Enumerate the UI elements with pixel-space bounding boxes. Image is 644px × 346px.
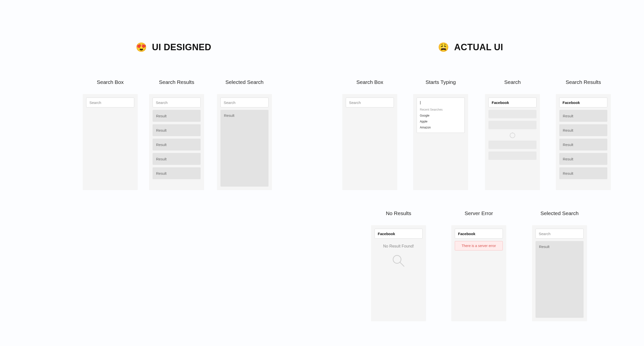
actual-server-error-column: Server Error Facebook There is a server … — [451, 210, 506, 321]
designed-title-text: UI DESIGNED — [152, 42, 212, 52]
result-item[interactable]: Result — [152, 167, 201, 179]
search-input[interactable]: Search — [220, 97, 268, 107]
mock-screen: Facebook No Result Found! — [371, 225, 426, 321]
weary-emoji-icon: 😩 — [438, 42, 449, 52]
mock-screen: Search Result — [532, 225, 587, 321]
card-label: Selected Search — [540, 210, 578, 216]
mock-screen: Facebook Result Result Result Result Res… — [556, 94, 611, 190]
search-input[interactable]: Search — [536, 229, 584, 239]
actual-selected-search-column: Selected Search Search Result — [532, 210, 587, 321]
selected-result[interactable]: Result — [220, 110, 268, 187]
result-item[interactable]: Result — [152, 110, 201, 122]
mock-screen: | Recent Searches Google Apple Amazon — [413, 94, 468, 190]
mock-screen: Search — [83, 94, 138, 190]
skeleton-row — [488, 141, 536, 149]
search-input[interactable]: Facebook — [374, 229, 422, 239]
mock-screen: Search — [342, 94, 397, 190]
actual-search-box-column: Search Box Search — [342, 79, 397, 190]
search-input[interactable]: Search — [346, 97, 394, 107]
designed-search-results-column: Search Results Search Result Result Resu… — [149, 79, 204, 190]
result-item[interactable]: Result — [559, 139, 607, 150]
mock-screen: Search Result Result Result Result Resul… — [149, 94, 204, 190]
result-item[interactable]: Result — [559, 110, 607, 122]
recent-search-option[interactable]: Apple — [420, 119, 462, 124]
recent-searches-heading: Recent Searches — [420, 108, 462, 111]
result-item[interactable]: Result — [559, 167, 607, 179]
result-item[interactable]: Result — [152, 153, 201, 165]
result-item[interactable]: Result — [152, 139, 201, 150]
search-input-caret[interactable]: | — [420, 100, 462, 104]
recent-search-option[interactable]: Google — [420, 113, 462, 118]
actual-search-loading-column: Search Facebook — [485, 79, 540, 190]
card-label: Search Box — [97, 79, 124, 85]
result-item[interactable]: Result — [559, 153, 607, 165]
card-label: Search Results — [566, 79, 601, 85]
search-input[interactable]: Facebook — [488, 97, 536, 107]
card-label: No Results — [386, 210, 412, 216]
no-result-message: No Result Found! — [374, 244, 422, 249]
actual-title-text: ACTUAL UI — [454, 42, 503, 52]
mock-screen: Facebook — [485, 94, 540, 190]
designed-search-box-column: Search Box Search — [83, 79, 138, 190]
result-item[interactable]: Result — [559, 124, 607, 136]
card-label: Search — [504, 79, 521, 85]
loading-spinner-icon — [510, 133, 515, 138]
actual-starts-typing-column: Starts Typing | Recent Searches Google A… — [413, 79, 468, 190]
selected-result[interactable]: Result — [536, 241, 584, 318]
skeleton-row — [488, 151, 536, 160]
skeleton-row — [488, 110, 536, 118]
actual-search-results-column: Search Results Facebook Result Result Re… — [556, 79, 611, 190]
result-item[interactable]: Result — [152, 124, 201, 136]
card-label: Search Results — [159, 79, 194, 85]
search-input[interactable]: Search — [86, 97, 134, 107]
card-label: Search Box — [356, 79, 384, 85]
actual-section-title: 😩 ACTUAL UI — [438, 42, 503, 52]
recent-search-option[interactable]: Amazon — [420, 125, 462, 130]
search-dropdown[interactable]: | Recent Searches Google Apple Amazon — [416, 97, 465, 133]
mock-screen: Facebook There is a server error — [451, 225, 506, 321]
search-input[interactable]: Search — [152, 97, 201, 107]
mock-screen: Search Result — [217, 94, 272, 190]
search-input[interactable]: Facebook — [455, 229, 503, 239]
heart-eyes-emoji-icon: 😍 — [136, 42, 147, 52]
magnifier-icon — [391, 253, 406, 268]
card-label: Starts Typing — [426, 79, 456, 85]
card-label: Selected Search — [226, 79, 264, 85]
svg-line-1 — [400, 262, 404, 266]
search-input[interactable]: Facebook — [559, 97, 607, 107]
card-label: Server Error — [465, 210, 493, 216]
actual-no-results-column: No Results Facebook No Result Found! — [371, 210, 426, 321]
designed-section-title: 😍 UI DESIGNED — [136, 42, 211, 52]
server-error-message: There is a server error — [455, 241, 503, 251]
skeleton-row — [488, 121, 536, 129]
designed-selected-search-column: Selected Search Search Result — [217, 79, 272, 190]
